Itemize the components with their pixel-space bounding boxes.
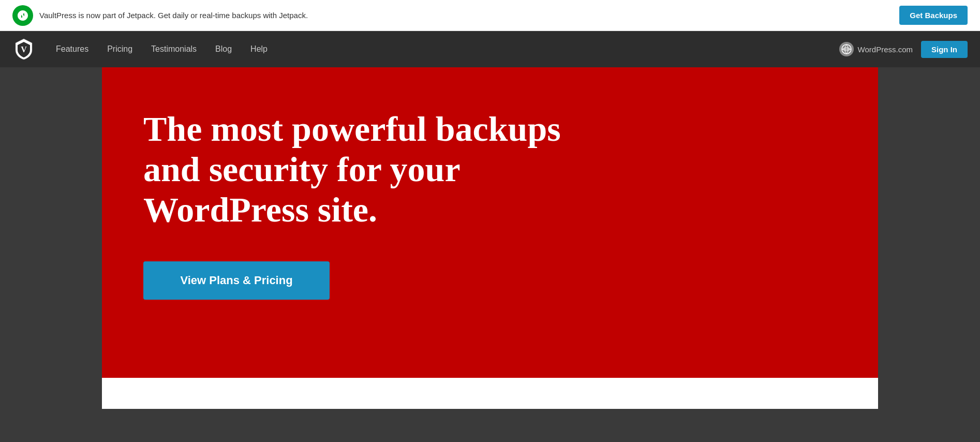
announcement-left: VaultPress is now part of Jetpack. Get d… xyxy=(12,5,308,26)
view-plans-button[interactable]: View Plans & Pricing xyxy=(143,261,330,300)
navbar: V Features Pricing Testimonials Blog Hel… xyxy=(0,31,980,67)
nav-link-pricing[interactable]: Pricing xyxy=(107,45,132,53)
nav-item-blog[interactable]: Blog xyxy=(215,45,232,54)
nav-links: Features Pricing Testimonials Blog Help xyxy=(56,45,268,54)
svg-text:V: V xyxy=(21,45,27,54)
announcement-bar: VaultPress is now part of Jetpack. Get d… xyxy=(0,0,980,31)
sign-in-button[interactable]: Sign In xyxy=(921,41,968,58)
wordpress-label: WordPress.com xyxy=(858,45,913,54)
wordpress-link[interactable]: WordPress.com xyxy=(839,42,913,56)
navbar-left: V Features Pricing Testimonials Blog Hel… xyxy=(12,38,268,61)
nav-item-pricing[interactable]: Pricing xyxy=(107,45,132,54)
nav-link-testimonials[interactable]: Testimonials xyxy=(151,45,197,53)
nav-link-features[interactable]: Features xyxy=(56,45,88,53)
hero-section: The most powerful backups and security f… xyxy=(102,67,878,378)
bottom-section xyxy=(102,378,878,409)
navbar-right: WordPress.com Sign In xyxy=(839,41,968,58)
nav-item-testimonials[interactable]: Testimonials xyxy=(151,45,197,54)
announcement-text: VaultPress is now part of Jetpack. Get d… xyxy=(39,11,308,20)
vaultpress-logo[interactable]: V xyxy=(12,38,35,61)
hero-title: The most powerful backups and security f… xyxy=(143,109,609,230)
wordpress-icon xyxy=(839,42,854,56)
nav-item-help[interactable]: Help xyxy=(250,45,268,54)
nav-link-help[interactable]: Help xyxy=(250,45,268,53)
jetpack-icon xyxy=(12,5,33,26)
nav-link-blog[interactable]: Blog xyxy=(215,45,232,53)
nav-item-features[interactable]: Features xyxy=(56,45,88,54)
get-backups-button[interactable]: Get Backups xyxy=(899,6,968,25)
